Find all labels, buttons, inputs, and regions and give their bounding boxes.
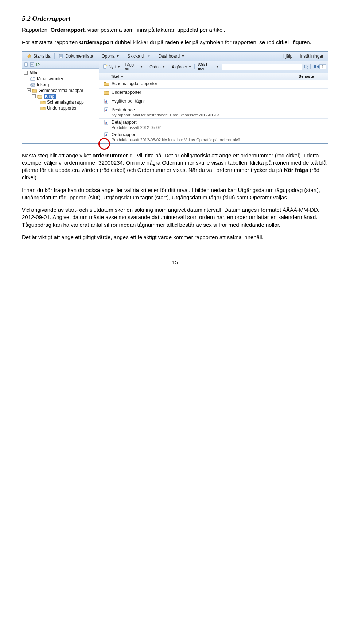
col-senaste[interactable]: Senaste: [299, 74, 328, 78]
tree-node-underrapporter[interactable]: Underrapporter: [22, 105, 99, 111]
atgarder-button[interactable]: Åtgärder: [170, 64, 193, 69]
chevron-down-icon: [117, 55, 119, 57]
svg-rect-23: [106, 134, 107, 136]
chevron-down-icon: [182, 55, 184, 57]
chevron-down-icon: [216, 66, 218, 68]
folder-icon: [32, 88, 37, 93]
dashboard-button[interactable]: Dashboard: [156, 53, 186, 60]
chevron-down-icon: [163, 66, 165, 68]
folder-icon: [104, 90, 109, 95]
doc-icon[interactable]: [24, 62, 29, 67]
lagg-till-button[interactable]: Lägg till: [123, 62, 145, 72]
tree-node-schemalagda[interactable]: Schemalagda rapp: [22, 99, 99, 105]
sort-asc-icon: [121, 76, 123, 77]
wizard-icon[interactable]: [30, 62, 35, 67]
top-toolbar: Startsida Dokumentlista Öppna Skicka til…: [22, 52, 328, 61]
chevron-down-icon: [118, 66, 120, 68]
svg-rect-16: [105, 110, 106, 111]
tree-node-inkorg[interactable]: Inkorg: [22, 82, 99, 88]
home-icon: [27, 54, 32, 59]
document-list-icon: [59, 54, 64, 59]
chevron-down-icon: [140, 66, 143, 68]
svg-rect-14: [106, 100, 107, 102]
svg-point-10: [304, 65, 307, 68]
intro-paragraph-2: För att starta rapporten Orderrapport du…: [22, 39, 328, 46]
tree-node-mina[interactable]: Mina favoriter: [22, 76, 99, 82]
folder-icon: [40, 106, 46, 110]
page-number: 15: [22, 259, 328, 265]
list-item[interactable]: DetaljrapportProduktionssatt 2012-05-02: [99, 119, 328, 131]
content-panel: Nytt Lägg till Ordna Åtgärder Sök i tite…: [99, 61, 328, 143]
list-item[interactable]: BestridandeNy rapport! Mall för bestrida…: [99, 106, 328, 119]
report-icon: [104, 120, 109, 125]
installningar-button[interactable]: Inställningar: [298, 53, 326, 60]
tree-node-kling[interactable]: − Kling: [22, 93, 99, 99]
collapse-icon[interactable]: −: [24, 71, 28, 75]
intro-paragraph-1: Rapporten, Orderrapport, visar posterna …: [22, 26, 328, 34]
list-item[interactable]: Schemalagda rapporter: [99, 80, 328, 89]
list-item-orderrapport[interactable]: OrderrapportProduktionssatt 2012-05-02 N…: [99, 131, 328, 143]
list-item[interactable]: Underrapporter: [99, 89, 328, 97]
list-body: Schemalagda rapporter Underrapporter Avg…: [99, 80, 328, 143]
first-page-icon[interactable]: [314, 65, 316, 68]
dokumentlista-button[interactable]: Dokumentlista: [57, 53, 95, 60]
prev-page-icon[interactable]: [317, 65, 319, 68]
svg-rect-22: [105, 135, 106, 136]
sok-label: Sök i titel: [196, 62, 220, 72]
folder-tree: − Alla Mina favoriter Inkorg − Gemensamm…: [22, 69, 99, 112]
folder-open-icon: [37, 94, 42, 99]
search-icon[interactable]: [304, 64, 309, 69]
startsida-button[interactable]: Startsida: [24, 53, 52, 60]
chevron-down-icon: [189, 66, 191, 68]
chevron-down-icon: [148, 55, 150, 57]
report-icon: [104, 99, 109, 104]
pager: 1: [314, 64, 326, 69]
nav-toolbar: [22, 61, 99, 69]
list-item[interactable]: Avgifter per tågnr: [99, 97, 328, 106]
inbox-icon: [30, 83, 35, 87]
ordna-button[interactable]: Ordna: [148, 64, 167, 69]
svg-rect-17: [106, 109, 107, 111]
favorites-icon: [30, 77, 35, 81]
report-icon: [104, 132, 109, 138]
paragraph-valfria: Innan du kör fråga kan du också ange fle…: [22, 187, 328, 202]
folder-icon: [104, 81, 109, 86]
collapse-icon[interactable]: −: [32, 94, 36, 98]
svg-rect-4: [25, 63, 27, 66]
collapse-icon[interactable]: −: [27, 88, 31, 92]
folder-icon: [40, 100, 46, 104]
report-icon: [104, 107, 109, 113]
oppna-button[interactable]: Öppna: [99, 53, 121, 60]
paragraph-ordernummer: Nästa steg blir att ange viket ordernumm…: [22, 152, 328, 181]
hjalp-button[interactable]: Hjälp: [280, 53, 295, 60]
svg-line-11: [307, 67, 308, 68]
page-number-input[interactable]: 1: [319, 64, 326, 69]
paragraph-datum: Vid angivande av start- och slutdatum sk…: [22, 206, 328, 229]
app-screenshot: Startsida Dokumentlista Öppna Skicka til…: [22, 51, 328, 144]
svg-rect-13: [105, 101, 106, 102]
paragraph-viktigt: Det är viktigt att ange ett giltigt värd…: [22, 234, 328, 241]
col-title[interactable]: Titel: [109, 74, 299, 78]
refresh-icon[interactable]: [35, 62, 40, 67]
svg-rect-6: [31, 78, 35, 81]
skicka-button: Skicka till: [125, 53, 152, 60]
section-heading: 5.2 Orderrapport: [22, 15, 328, 23]
svg-point-9: [106, 65, 108, 66]
nytt-button[interactable]: Nytt: [101, 64, 122, 69]
new-icon: [103, 64, 108, 69]
search-input[interactable]: [222, 64, 302, 70]
svg-rect-19: [105, 122, 106, 123]
list-header: Titel Senaste: [99, 73, 328, 80]
nav-panel: − Alla Mina favoriter Inkorg − Gemensamm…: [22, 61, 99, 143]
content-toolbar: Nytt Lägg till Ordna Åtgärder Sök i tite…: [99, 61, 328, 73]
tree-node-gemensamma[interactable]: − Gemensamma mappar: [22, 88, 99, 93]
svg-rect-20: [106, 122, 107, 123]
tree-node-alla[interactable]: − Alla: [22, 70, 99, 76]
